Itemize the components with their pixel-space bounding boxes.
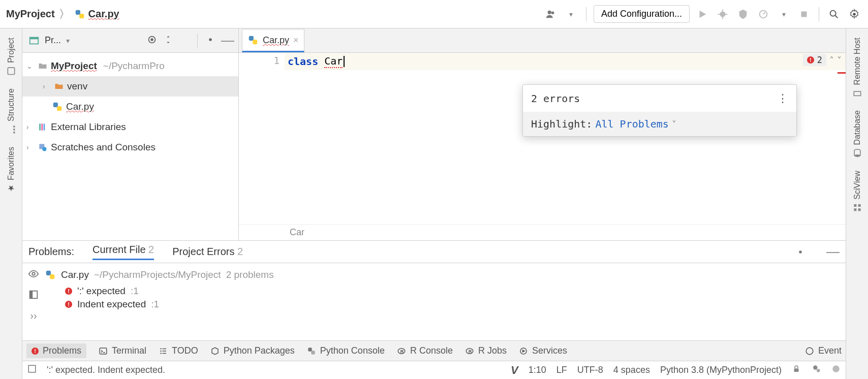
tree-external-libs[interactable]: › External Libraries [22, 117, 238, 137]
folder-icon [54, 81, 64, 91]
editor-area: Car.py × 1 class Car !2 ˄ [239, 28, 846, 240]
add-configuration-button[interactable]: Add Configuration... [594, 5, 690, 23]
run-icon[interactable] [695, 7, 710, 22]
tool-todo[interactable]: TODO [159, 345, 198, 356]
lock-icon[interactable] [792, 364, 801, 376]
tool-event-log[interactable]: Event [805, 345, 842, 356]
stop-icon[interactable] [796, 7, 812, 22]
svg-point-45 [817, 369, 820, 372]
panel-gear-icon[interactable] [205, 34, 216, 47]
svg-rect-1 [79, 14, 84, 18]
gear-icon[interactable] [847, 7, 862, 22]
memory-icon[interactable] [831, 364, 841, 376]
tool-sciview[interactable]: SciView [852, 171, 862, 213]
breadcrumb-project[interactable]: MyProject [6, 8, 55, 20]
tool-python-packages[interactable]: Python Packages [210, 345, 295, 356]
tool-problems[interactable]: !Problems [26, 343, 86, 358]
status-icon[interactable] [27, 364, 37, 376]
svg-rect-26 [253, 40, 257, 44]
problems-side-toolbar: ›› [22, 263, 45, 340]
error-stripe-marker[interactable] [838, 72, 846, 74]
chevron-down-icon: ˅ [672, 119, 676, 130]
popup-highlight-row[interactable]: Highlight: All Problems ˅ [523, 112, 796, 136]
project-panel-title[interactable]: Pr... [45, 35, 61, 46]
prev-error-icon[interactable]: ˄ [829, 55, 834, 66]
collapse-all-icon[interactable] [179, 34, 190, 47]
project-tree[interactable]: ⌄ MyProject ~/PycharmPro › venv Car.py [22, 53, 238, 161]
code-editor[interactable]: 1 class Car !2 ˄ ˅ [239, 53, 846, 224]
tool-r-jobs[interactable]: RR Jobs [465, 345, 507, 356]
tool-structure[interactable]: Structure [6, 88, 16, 135]
users-dropdown-icon[interactable]: ▾ [564, 7, 579, 22]
eye-icon[interactable] [28, 268, 39, 281]
svg-point-8 [853, 13, 856, 16]
svg-point-24 [42, 147, 46, 151]
tree-scratches[interactable]: › Scratches and Consoles [22, 137, 238, 157]
svg-point-28 [32, 272, 35, 275]
status-indent[interactable]: 4 spaces [613, 365, 650, 375]
svg-rect-18 [53, 103, 58, 107]
search-icon[interactable] [826, 7, 842, 22]
svg-rect-21 [42, 123, 43, 130]
debug-icon[interactable] [715, 7, 730, 22]
tool-remote-host[interactable]: Remote Host [852, 38, 862, 98]
tool-r-console[interactable]: RR Console [397, 345, 453, 356]
profiler-dropdown-icon[interactable]: ▾ [776, 7, 791, 22]
problems-tool-window: Problems: Current File 2 Project Errors … [22, 241, 846, 340]
main-toolbar: MyProject 〉 Car.py ▾ Add Configuration..… [0, 0, 868, 28]
problems-gear-icon[interactable] [793, 244, 808, 260]
tree-item-venv[interactable]: › venv [22, 76, 238, 97]
bottom-tool-bar: !Problems Terminal TODO Python Packages … [22, 340, 846, 361]
expand-all-icon[interactable] [163, 34, 174, 47]
vim-icon[interactable]: V [511, 364, 518, 377]
more-icon[interactable]: ⋮ [777, 92, 788, 105]
svg-rect-33 [100, 348, 107, 354]
code-line[interactable]: class Car [285, 53, 846, 70]
users-icon[interactable] [543, 7, 559, 22]
editor-breadcrumb[interactable]: Car [239, 224, 846, 240]
tool-python-console[interactable]: Python Console [307, 345, 385, 356]
svg-rect-19 [57, 106, 61, 111]
profiler-icon[interactable] [756, 7, 771, 22]
tab-project-errors[interactable]: Project Errors 2 [172, 246, 243, 258]
tab-close-icon[interactable]: × [293, 35, 299, 46]
coverage-icon[interactable] [735, 7, 751, 22]
popup-title: 2 errors [531, 92, 580, 105]
tool-project[interactable]: Project [6, 38, 16, 76]
next-error-icon[interactable]: ˅ [837, 55, 842, 66]
problems-list[interactable]: Car.py ~/PycharmProjects/MyProject 2 pro… [45, 263, 846, 340]
svg-text:R: R [469, 349, 472, 354]
expand-icon[interactable]: ›› [30, 310, 37, 322]
folder-icon [38, 61, 48, 71]
panel-hide-icon[interactable]: — [221, 33, 234, 48]
breadcrumb-file-label: Car.py [88, 8, 119, 20]
tree-root[interactable]: ⌄ MyProject ~/PycharmPro [22, 56, 238, 76]
tab-current-file[interactable]: Current File 2 [92, 244, 154, 260]
project-dropdown-icon[interactable]: ▾ [66, 37, 70, 45]
problems-file-row[interactable]: Car.py ~/PycharmProjects/MyProject 2 pro… [45, 267, 846, 285]
editor-tab-label: Car.py [263, 35, 289, 46]
status-encoding[interactable]: UTF-8 [577, 365, 603, 375]
status-line-sep[interactable]: LF [556, 365, 567, 375]
inspection-profile-icon[interactable] [811, 364, 821, 376]
problem-location: :1 [151, 299, 159, 310]
status-interpreter[interactable]: Python 3.8 (MyPythonProject) [660, 365, 782, 375]
problem-item[interactable]: ! ':' expected :1 [45, 285, 846, 298]
locate-icon[interactable] [146, 34, 158, 47]
tree-item-carpy[interactable]: Car.py [22, 97, 238, 117]
editor-tab[interactable]: Car.py × [242, 29, 304, 52]
layout-icon[interactable] [28, 289, 39, 302]
problems-hide-icon[interactable]: — [826, 244, 840, 260]
tool-terminal[interactable]: Terminal [99, 345, 146, 356]
tool-services[interactable]: Services [519, 345, 567, 356]
svg-rect-10 [13, 132, 15, 133]
project-view-icon[interactable] [28, 35, 40, 46]
problem-item[interactable]: ! Indent expected :1 [45, 298, 846, 311]
line-gutter: 1 [239, 53, 285, 224]
tool-favorites[interactable]: ★Favorites [6, 147, 16, 193]
inspection-widget[interactable]: !2 ˄ ˅ [803, 54, 842, 66]
status-message: ':' expected. Indent expected. [47, 365, 165, 375]
tool-database[interactable]: Database [852, 110, 862, 159]
breadcrumb-file[interactable]: Car.py [74, 8, 119, 20]
status-caret-pos[interactable]: 1:10 [529, 365, 546, 375]
